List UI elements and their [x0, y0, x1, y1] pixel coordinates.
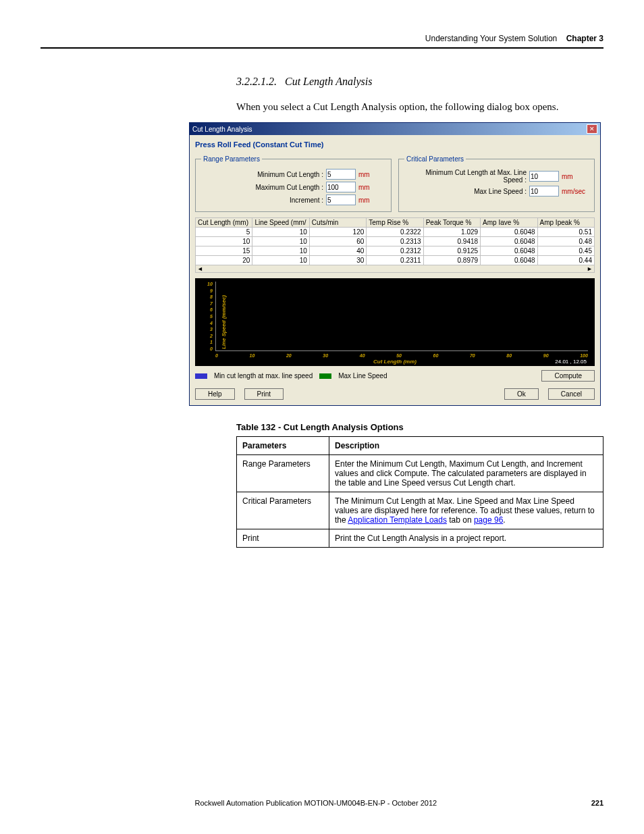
- unit-mm: mm: [358, 184, 385, 191]
- results-table: Cut Length (mm)Line Speed (mm/Cuts/minTe…: [195, 217, 595, 265]
- max-line-speed-input[interactable]: [529, 186, 559, 197]
- page-footer: Rockwell Automation Publication MOTION-U…: [41, 799, 603, 807]
- legend-swatch-blue: [195, 373, 207, 379]
- table-scrollbar[interactable]: ◄ ►: [195, 265, 595, 273]
- section-heading: 3.2.2.1.2. Cut Length Analysis: [236, 76, 603, 88]
- footer-publication: Rockwell Automation Publication MOTION-U…: [194, 799, 437, 807]
- min-cut-at-max-input[interactable]: [529, 171, 559, 182]
- chart-plot-area: [215, 282, 588, 351]
- dialog-titlebar: Cut Length Analysis ✕: [190, 123, 600, 135]
- results-th: Temp Rise %: [367, 218, 423, 228]
- scroll-left-icon[interactable]: ◄: [197, 265, 203, 272]
- page-96-link[interactable]: page 96: [474, 515, 503, 525]
- results-th: Peak Torque %: [423, 218, 480, 228]
- results-th: Amp Iave %: [481, 218, 537, 228]
- increment-input[interactable]: [326, 194, 356, 205]
- unit-mm: mm: [562, 173, 589, 180]
- table-row: 2010300.23110.89790.60480.44: [196, 256, 595, 265]
- chart-xlabel: Cut Length (mm): [195, 359, 595, 365]
- table-row: 5101200.23221.0290.60480.51: [196, 228, 595, 237]
- results-th: Amp Ipeak %: [537, 218, 594, 228]
- options-desc: Enter the Minimum Cut Length, Maximum Cu…: [329, 455, 603, 492]
- min-cut-input[interactable]: [326, 169, 356, 180]
- max-cut-input[interactable]: [326, 182, 356, 192]
- range-parameters-group: Range Parameters Minimum Cut Length : mm…: [195, 155, 392, 212]
- options-param: Range Parameters: [237, 455, 329, 492]
- dialog-title: Cut Length Analysis: [192, 126, 252, 133]
- options-table: Parameters Description Range Parameters …: [236, 436, 603, 548]
- options-desc: Print the Cut Length Analysis in a proje…: [329, 529, 603, 548]
- increment-label: Increment :: [201, 197, 323, 204]
- results-th: Line Speed (mm/: [252, 218, 309, 228]
- critical-parameters-group: Critical Parameters Minimum Cut Length a…: [398, 155, 595, 212]
- results-th: Cut Length (mm): [196, 218, 252, 228]
- min-cut-label: Minimum Cut Length :: [201, 171, 323, 178]
- table-row: 1510400.23120.91250.60480.45: [196, 246, 595, 256]
- close-icon[interactable]: ✕: [587, 124, 597, 134]
- results-th: Cuts/min: [309, 218, 366, 228]
- table-row: Print Print the Cut Length Analysis in a…: [237, 529, 603, 548]
- options-param: Critical Parameters: [237, 492, 329, 529]
- unit-mm: mm: [358, 197, 385, 204]
- critical-legend: Critical Parameters: [404, 155, 466, 163]
- chart-coord-readout: 24.01 , 12.05: [555, 359, 587, 365]
- header-rule: [41, 47, 603, 49]
- intro-text: When you select a Cut Length Analysis op…: [236, 101, 603, 113]
- header-chapter: Chapter 3: [566, 34, 603, 43]
- legend1-label: Min cut length at max. line speed: [214, 372, 313, 380]
- unit-mm: mm: [358, 171, 385, 178]
- options-desc: The Minimum Cut Length at Max. Line Spee…: [329, 492, 603, 529]
- cut-length-dialog: Cut Length Analysis ✕ Press Roll Feed (C…: [189, 122, 601, 406]
- table-row: Critical Parameters The Minimum Cut Leng…: [237, 492, 603, 529]
- options-th-param: Parameters: [237, 437, 329, 455]
- page-header: Understanding Your System Solution Chapt…: [41, 34, 603, 47]
- compute-button[interactable]: Compute: [541, 370, 595, 382]
- header-title: Understanding Your System Solution: [425, 34, 557, 43]
- unit-mmsec: mm/sec: [562, 188, 589, 195]
- table-row: Range Parameters Enter the Minimum Cut L…: [237, 455, 603, 492]
- table-row: 1010600.23130.94180.60480.48: [196, 237, 595, 246]
- app-template-loads-link[interactable]: Application Template Loads: [348, 515, 447, 525]
- max-cut-label: Maximum Cut Length :: [201, 184, 323, 191]
- cancel-button[interactable]: Cancel: [548, 388, 595, 400]
- legend-swatch-green: [319, 373, 331, 379]
- ok-button[interactable]: Ok: [504, 388, 539, 400]
- range-legend: Range Parameters: [201, 155, 262, 163]
- max-line-speed-label: Max Line Speed :: [404, 188, 527, 195]
- print-button[interactable]: Print: [244, 388, 284, 400]
- help-button[interactable]: Help: [195, 388, 235, 400]
- line-speed-chart: Line Speed (mm/sec) 012345678910 0102030…: [195, 278, 595, 366]
- section-title: Cut Length Analysis: [285, 76, 373, 87]
- dialog-subtitle: Press Roll Feed (Constant Cut Time): [195, 140, 595, 149]
- table-caption: Table 132 - Cut Length Analysis Options: [236, 422, 603, 432]
- min-cut-at-max-label: Minimum Cut Length at Max. Line Speed :: [404, 169, 527, 184]
- options-th-desc: Description: [329, 437, 603, 455]
- scroll-right-icon[interactable]: ►: [587, 265, 593, 272]
- options-param: Print: [237, 529, 329, 548]
- footer-page-number: 221: [591, 799, 603, 807]
- legend2-label: Max Line Speed: [338, 372, 387, 380]
- section-number: 3.2.2.1.2.: [236, 76, 277, 87]
